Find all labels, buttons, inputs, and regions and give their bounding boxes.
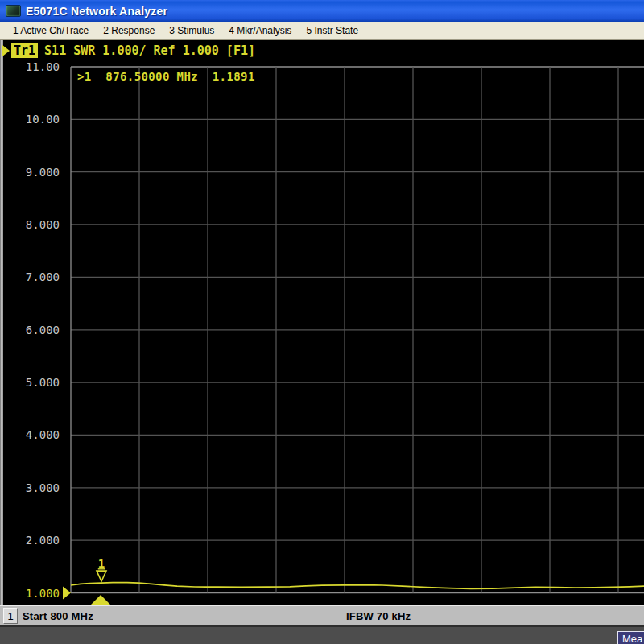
y-tick-label: 1.000 [10, 586, 60, 601]
y-tick-label: 3.000 [10, 481, 60, 495]
trace-settings-text: S11 SWR 1.000/ Ref 1.000 [F1] [44, 43, 255, 58]
title-bar[interactable]: E5071C Network Analyzer [0, 0, 644, 22]
app-icon[interactable] [6, 5, 21, 17]
y-tick-label: 4.000 [10, 427, 60, 442]
y-tick-label: 5.000 [10, 375, 60, 390]
trace-status-line: Tr1 S11 SWR 1.000/ Ref 1.000 [F1] [2, 43, 255, 59]
y-tick-label: 7.000 [10, 270, 60, 284]
menu-mkr-analysis[interactable]: 4 Mkr/Analysis [221, 23, 299, 38]
window-title: E5071C Network Analyzer [26, 5, 167, 18]
bottom-bar: Mea [0, 625, 644, 644]
marker-readout: >1 876.50000 MHz 1.1891 [77, 70, 255, 83]
y-tick-label: 9.000 [10, 165, 60, 180]
y-tick-label: 10.00 [10, 112, 60, 126]
y-tick-label: 8.000 [10, 217, 60, 232]
y-tick-label: 11.00 [10, 60, 60, 74]
menu-response[interactable]: 2 Response [96, 23, 162, 38]
menu-bar: 1 Active Ch/Trace 2 Response 3 Stimulus … [0, 22, 644, 40]
channel-status-bar: 1 Start 800 MHz IFBW 70 kHz [0, 605, 644, 625]
start-frequency-label[interactable]: Start 800 MHz [23, 610, 93, 622]
meas-button[interactable]: Mea [617, 631, 644, 644]
trace-label[interactable]: Tr1 [11, 43, 38, 58]
window-frame-left [0, 40, 3, 605]
app-window: E5071C Network Analyzer 1 Active Ch/Trac… [0, 0, 644, 644]
svg-text:1: 1 [98, 557, 105, 570]
plot-area[interactable]: 1 [0, 40, 644, 605]
ifbw-label[interactable]: IFBW 70 kHz [346, 610, 411, 622]
y-tick-label: 6.000 [10, 323, 60, 337]
menu-instr-state[interactable]: 5 Instr State [299, 23, 365, 38]
y-tick-label: 2.000 [10, 533, 60, 547]
menu-stimulus[interactable]: 3 Stimulus [162, 23, 221, 38]
channel-number-box: 1 [3, 608, 18, 624]
menu-active-ch-trace[interactable]: 1 Active Ch/Trace [6, 23, 96, 38]
active-trace-pointer-icon [2, 45, 10, 56]
instrument-screen: 1 Tr1 S11 SWR 1.000/ Ref 1.000 [F1] 11.0… [0, 40, 644, 605]
